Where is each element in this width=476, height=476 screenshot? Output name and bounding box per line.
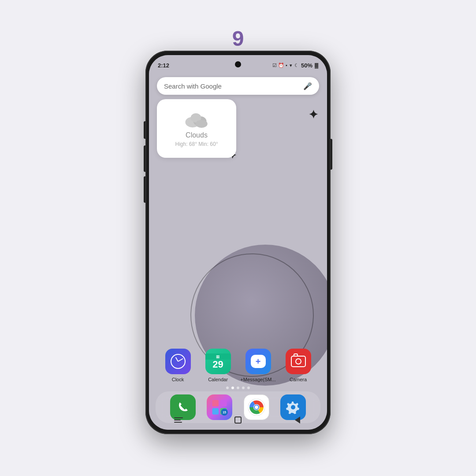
page-number: 9: [232, 26, 244, 51]
clock-icon[interactable]: [165, 349, 191, 374]
sparkle-icon-top: ✦: [309, 108, 318, 122]
page-dots: [149, 387, 327, 389]
message-label: +Message(SM...: [240, 377, 275, 382]
recent-apps-button[interactable]: [172, 416, 185, 424]
app-calendar[interactable]: ▦ 29 Calendar: [203, 349, 234, 382]
camera-lens: [295, 358, 301, 364]
status-icons: ☑ ⏰ • ▾ ☾ 50% ▓: [272, 62, 318, 69]
message-plus: +: [256, 357, 261, 367]
weather-widget[interactable]: Clouds High: 68° Min: 60°: [157, 99, 236, 158]
app-message[interactable]: + +Message(SM...: [243, 349, 274, 382]
back-icon: [295, 416, 300, 424]
mic-icon[interactable]: 🎤: [303, 82, 312, 90]
camera-cutout: [235, 61, 241, 67]
search-bar[interactable]: Search with Google 🎤: [157, 77, 319, 95]
svg-point-14: [255, 405, 258, 409]
status-time: 2:12: [158, 62, 169, 69]
weather-cloud-icon: [183, 110, 210, 131]
svg-point-15: [291, 405, 295, 409]
message-bubble: +: [251, 355, 266, 368]
battery-icon: ▓: [315, 63, 318, 68]
calendar-label: Calendar: [208, 377, 228, 382]
clock-face: [171, 354, 186, 369]
phone-device: 2:12 ☑ ⏰ • ▾ ☾ 50% ▓ ✦ ✦ Search with Goo…: [145, 51, 331, 434]
nav-line-1: [174, 417, 183, 418]
message-icon[interactable]: +: [245, 349, 271, 374]
page-dot-5: [247, 387, 250, 389]
battery-text: 50%: [301, 62, 312, 69]
weather-condition: Clouds: [186, 131, 208, 139]
clock-label: Clock: [172, 377, 184, 382]
weather-temp: High: 68° Min: 60°: [175, 141, 218, 147]
notification-icons: ☑ ⏰ •: [272, 63, 287, 68]
clock-minute-hand: [178, 358, 183, 362]
svg-rect-5: [220, 400, 227, 406]
page-dot-3: [237, 387, 239, 389]
signal-icon: ☾: [294, 63, 299, 68]
page-dot-1: [226, 387, 229, 389]
app-camera[interactable]: Camera: [283, 349, 314, 382]
camera-bump: [294, 353, 298, 356]
nav-bar: [149, 412, 327, 430]
camera-label: Camera: [290, 377, 307, 382]
page-dot-4: [242, 387, 245, 389]
back-button[interactable]: [291, 416, 304, 424]
calendar-date: 29: [212, 360, 223, 369]
nav-line-2: [174, 420, 181, 420]
app-clock[interactable]: Clock: [163, 349, 193, 382]
phone-screen: 2:12 ☑ ⏰ • ▾ ☾ 50% ▓ ✦ ✦ Search with Goo…: [149, 55, 327, 430]
wifi-icon: ▾: [290, 63, 292, 68]
app-row: Clock ▦ 29 Calendar +: [149, 349, 327, 382]
phone-body: 2:12 ☑ ⏰ • ▾ ☾ 50% ▓ ✦ ✦ Search with Goo…: [145, 51, 331, 434]
home-button[interactable]: [231, 416, 245, 424]
nav-line-3: [174, 422, 182, 423]
svg-rect-4: [212, 400, 219, 406]
page-dot-2: [231, 387, 234, 389]
home-icon: [234, 416, 242, 424]
search-placeholder: Search with Google: [164, 82, 303, 90]
camera-icon[interactable]: [286, 349, 311, 374]
power-button: [331, 139, 332, 170]
svg-point-3: [196, 120, 208, 128]
camera-body: [291, 356, 306, 367]
recent-apps-icon: [174, 417, 183, 423]
calendar-icon[interactable]: ▦ 29: [205, 349, 231, 374]
